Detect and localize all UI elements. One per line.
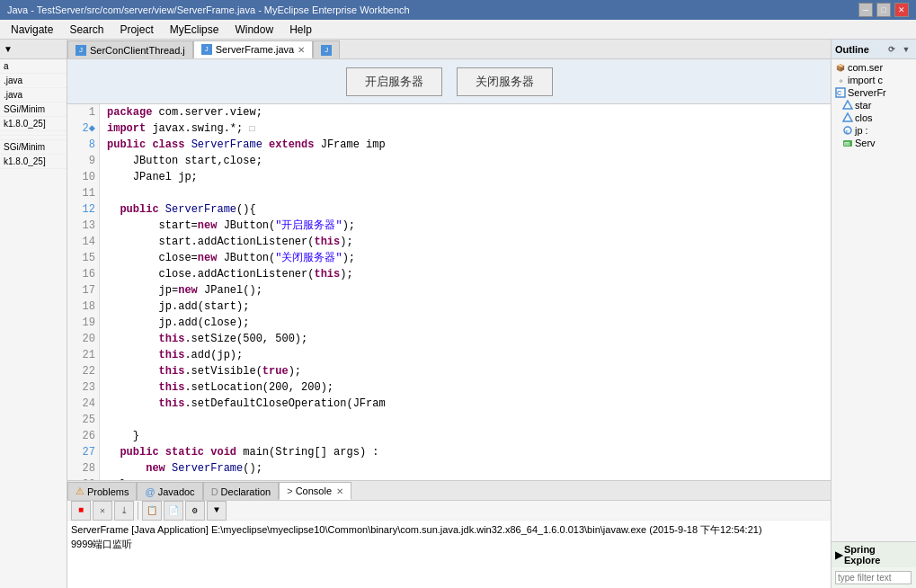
outline-item-label: com.ser [848,62,883,73]
main-layout: ▼ a .java .java SGi/Minim k1.8.0_25] SGi… [0,40,916,588]
outline-item-package[interactable]: 📦 com.ser [833,61,914,74]
menu-project[interactable]: Project [112,22,160,38]
spring-explore-content [832,567,916,588]
outline-item-label: Serv [855,138,876,148]
tab-extra[interactable]: J [313,40,340,58]
tab-declaration[interactable]: D Declaration [203,482,280,500]
start-server-button[interactable]: 开启服务器 [346,67,442,96]
console-copy-button[interactable]: 📋 [142,501,162,521]
console-line-output: 9999端口监听 [71,537,827,551]
maximize-button[interactable]: □ [876,3,891,17]
field-icon: c [842,125,853,136]
list-item[interactable]: SGi/Minim [0,140,67,155]
spring-filter-input[interactable] [835,571,912,584]
outline-header: Outline ⟳ ▼ [832,40,916,59]
list-item[interactable]: k1.8.0_25] [0,117,67,131]
console-settings-button[interactable]: ⚙ [185,501,205,521]
outline-item-label: ServerFr [848,87,886,98]
left-sidebar-header: ▼ [0,40,67,59]
window-controls: ─ □ ✕ [858,3,909,17]
spring-explore-label: Spring Explore [844,544,912,566]
title-bar: Java - TestServer/src/com/server/view/Se… [0,0,916,20]
outline-sync-icon[interactable]: ⟳ [885,43,898,56]
outline-item-import[interactable]: ⬦ import c [833,74,914,86]
outline-collapse-icon[interactable]: ▼ [900,43,912,56]
outline-tree: 📦 com.ser ⬦ import c C ServerFr star [832,59,916,541]
problems-icon: ⚠ [76,486,84,497]
line-numbers: 1 2◆ 8 9 10 11 12 13 14 15 16 17 18 19 2… [67,104,100,480]
menu-navigate[interactable]: Navigate [4,22,60,38]
tab-sercon[interactable]: J SerConClientThread.j [67,40,193,58]
tab-console-close[interactable]: ✕ [336,486,343,496]
tab-console-label: Console [296,486,332,496]
console-paste-button[interactable]: 📄 [164,501,183,521]
package-icon: 📦 [835,62,846,73]
sidebar-collapse-icon[interactable]: ▼ [4,44,13,54]
outline-item-label: jp : [855,125,868,136]
left-sidebar: ▼ a .java .java SGi/Minim k1.8.0_25] SGi… [0,40,67,588]
tab-label: SerConClientThread.j [90,45,185,56]
outline-item-field-close[interactable]: clos [840,111,914,124]
tab-javadoc[interactable]: @ Javadoc [137,482,202,500]
bottom-tabs: ⚠ Problems @ Javadoc D Declaration > Con… [67,481,831,501]
tab-problems[interactable]: ⚠ Problems [67,482,137,500]
java-file-icon: J [76,45,86,56]
list-item[interactable]: .java [0,88,67,102]
java-file-icon: J [201,44,212,55]
list-item[interactable]: SGi/Minim [0,102,67,117]
svg-text:C: C [837,90,841,96]
outline-item-field-jp[interactable]: c jp : [840,124,914,137]
tab-problems-label: Problems [87,486,129,497]
menu-help[interactable]: Help [282,22,319,38]
spring-explore-section[interactable]: ▶ Spring Explore [832,541,916,567]
menu-search[interactable]: Search [62,22,111,38]
svg-marker-3 [843,113,852,121]
outline-item-label: clos [855,112,873,123]
outline-item-field-start[interactable]: star [840,99,914,111]
declaration-icon: D [211,486,218,497]
tab-declaration-label: Declaration [221,486,271,497]
stop-server-button[interactable]: 关闭服务器 [457,67,553,96]
window-title: Java - TestServer/src/com/server/view/Se… [7,4,410,15]
code-content[interactable]: package com.server.view; import javax.sw… [100,104,831,480]
code-editor[interactable]: 1 2◆ 8 9 10 11 12 13 14 15 16 17 18 19 2… [67,104,831,480]
outline-item-method-serv[interactable]: m Serv [840,137,914,149]
outline-item-label: import c [848,75,883,85]
right-panel: Outline ⟳ ▼ 📦 com.ser ⬦ import c C [831,40,916,588]
console-clear-button[interactable]: ✕ [93,501,112,521]
field-icon [842,100,853,111]
close-button[interactable]: ✕ [894,3,909,17]
console-content: ServerFrame [Java Application] E:\myecli… [67,521,831,588]
minimize-button[interactable]: ─ [858,3,873,17]
svg-marker-2 [843,101,852,109]
tab-close-icon[interactable]: ✕ [298,45,305,55]
list-item[interactable]: k1.8.0_25] [0,155,67,169]
tab-label: ServerFrame.java [216,44,294,55]
console-stop-button[interactable]: ■ [71,501,91,521]
filter-input-area [833,569,914,586]
tab-console[interactable]: > Console ✕ [279,482,351,500]
field-icon [842,112,853,123]
outline-item-class[interactable]: C ServerFr [833,86,914,99]
menu-myeclipse[interactable]: MyEclipse [163,22,227,38]
import-icon: ⬦ [835,75,846,85]
editor-tabs: J SerConClientThread.j J ServerFrame.jav… [67,40,831,59]
class-icon: C [835,87,846,98]
outline-toolbar: ⟳ ▼ [885,43,912,56]
console-scroll-lock[interactable]: ⤓ [114,501,134,521]
server-buttons-area: 开启服务器 关闭服务器 [67,59,831,104]
menu-bar: Navigate Search Project MyEclipse Window… [0,20,916,40]
javadoc-icon: @ [145,486,155,497]
method-icon: m [842,138,853,148]
menu-window[interactable]: Window [227,22,280,38]
svg-text:m: m [844,140,849,147]
console-menu-button[interactable]: ▼ [207,501,227,521]
tab-serverframe[interactable]: J ServerFrame.java ✕ [193,40,313,58]
list-item[interactable]: a [0,59,67,74]
console-line-title: ServerFrame [Java Application] E:\myecli… [71,522,827,537]
left-sidebar-content: a .java .java SGi/Minim k1.8.0_25] SGi/M… [0,59,67,588]
list-item[interactable]: .java [0,74,67,88]
spring-expand-icon: ▶ [835,549,842,561]
console-toolbar: ■ ✕ ⤓ 📋 📄 ⚙ ▼ [67,501,831,521]
editor-area: J SerConClientThread.j J ServerFrame.jav… [67,40,831,480]
